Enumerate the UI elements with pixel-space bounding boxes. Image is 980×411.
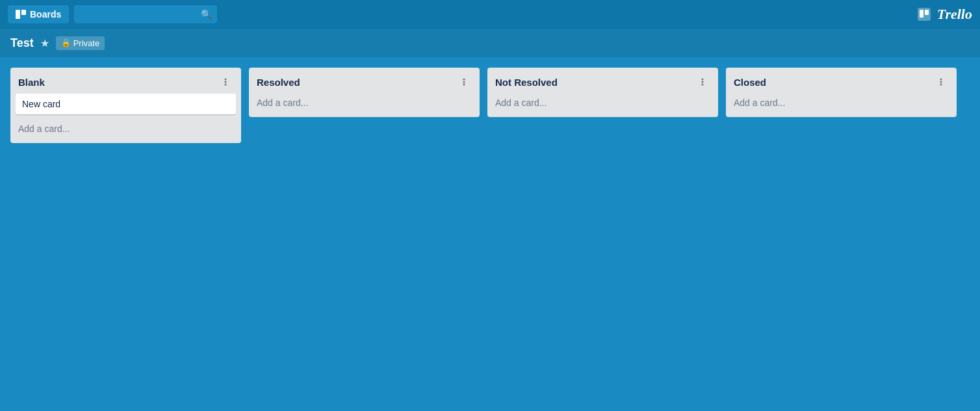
add-card-button-blank[interactable]: Add a card... (16, 120, 236, 138)
card-blank-0[interactable]: New card (16, 94, 236, 114)
list-title-blank: Blank (18, 77, 45, 88)
privacy-label: Private (73, 38, 99, 48)
search-input[interactable] (74, 5, 217, 23)
svg-point-3 (225, 79, 227, 81)
topbar-left: Boards 🔍 (8, 5, 217, 23)
search-wrapper: 🔍 (74, 5, 217, 23)
svg-point-14 (940, 84, 942, 86)
boards-button[interactable]: Boards (8, 5, 69, 23)
list-title-closed: Closed (734, 77, 766, 88)
trello-logo-icon (918, 8, 931, 21)
list-blank: BlankNew cardAdd a card... (10, 68, 241, 143)
list-menu-button-not-resolved[interactable] (695, 75, 710, 88)
topbar: Boards 🔍 Trello (0, 0, 980, 29)
list-menu-button-blank[interactable] (218, 75, 233, 88)
add-card-button-closed[interactable]: Add a card... (731, 94, 951, 112)
svg-point-4 (225, 81, 227, 83)
board-privacy-button[interactable]: 🔒 Private (56, 36, 105, 50)
svg-point-10 (702, 81, 704, 83)
svg-point-5 (225, 84, 227, 86)
list-title-resolved: Resolved (257, 77, 300, 88)
svg-point-7 (463, 81, 465, 83)
lock-icon: 🔒 (61, 38, 71, 47)
svg-point-11 (702, 84, 704, 86)
list-menu-button-resolved[interactable] (456, 75, 472, 88)
list-title-not-resolved: Not Resolved (495, 77, 558, 88)
list-header-resolved: Resolved (254, 73, 474, 94)
logo-text: Trello (937, 6, 972, 23)
board-header: Test ★ 🔒 Private (0, 29, 980, 57)
add-card-button-resolved[interactable]: Add a card... (254, 94, 474, 112)
list-header-blank: Blank (16, 73, 236, 94)
board-content: BlankNew cardAdd a card...ResolvedAdd a … (0, 57, 980, 153)
list-header-closed: Closed (731, 73, 951, 94)
svg-point-8 (463, 84, 465, 86)
svg-rect-2 (925, 10, 929, 15)
list-menu-button-closed[interactable] (933, 75, 949, 88)
svg-point-6 (463, 79, 465, 81)
list-header-not-resolved: Not Resolved (493, 73, 713, 94)
svg-point-12 (940, 79, 942, 81)
boards-label: Boards (30, 9, 61, 20)
list-resolved: ResolvedAdd a card... (249, 68, 480, 117)
boards-icon (16, 10, 26, 19)
svg-rect-1 (920, 10, 923, 18)
add-card-button-not-resolved[interactable]: Add a card... (493, 94, 713, 112)
svg-point-9 (702, 79, 704, 81)
trello-logo: Trello (918, 6, 972, 23)
star-icon[interactable]: ★ (40, 37, 49, 49)
list-not-resolved: Not ResolvedAdd a card... (487, 68, 718, 117)
board-title: Test (10, 36, 34, 50)
list-closed: ClosedAdd a card... (726, 68, 957, 117)
svg-point-13 (940, 81, 942, 83)
